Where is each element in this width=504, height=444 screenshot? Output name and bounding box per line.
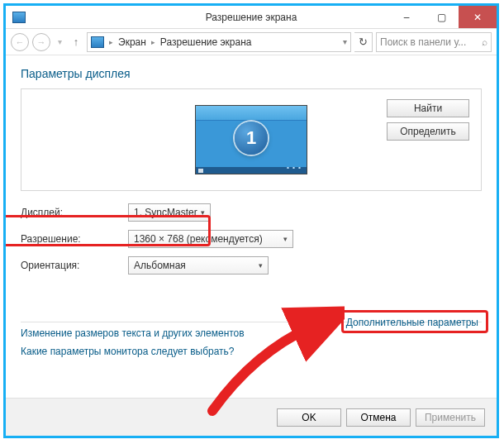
nav-forward-button[interactable]: → (32, 33, 50, 51)
resolution-select-value: 1360 × 768 (рекомендуется) (134, 233, 263, 245)
label-resolution: Разрешение: (21, 233, 128, 245)
minimize-button[interactable]: – (389, 6, 424, 28)
address-dropdown-icon[interactable]: ▾ (343, 37, 347, 46)
monitor-preview-start-icon (198, 169, 203, 173)
chevron-down-icon: ▾ (283, 235, 288, 243)
label-orientation: Ориентация: (21, 260, 128, 271)
breadcrumb-item-resolution[interactable]: Разрешение экрана (160, 36, 252, 48)
advanced-settings-link[interactable]: Дополнительные параметры (346, 317, 478, 328)
display-select-value: 1. SyncMaster (134, 207, 197, 218)
display-select[interactable]: 1. SyncMaster ▾ (128, 203, 211, 222)
search-icon: ⌕ (482, 36, 487, 48)
orientation-select-value: Альбомная (134, 260, 186, 271)
breadcrumb-item-screen[interactable]: Экран (118, 36, 146, 48)
monitor-preview-wallpaper (196, 106, 307, 121)
row-orientation: Ориентация: Альбомная ▾ (21, 255, 482, 275)
window: Разрешение экрана – ▢ ✕ ← → ▾ ↑ ▸ Экран … (6, 6, 497, 436)
apply-button[interactable]: Применить (416, 408, 485, 427)
titlebar: Разрешение экрана – ▢ ✕ (6, 6, 497, 29)
address-bar[interactable]: ▸ Экран ▸ Разрешение экрана ▾ (87, 32, 351, 52)
ok-button[interactable]: OK (277, 408, 341, 427)
breadcrumb-sep: ▸ (109, 38, 113, 46)
row-display: Дисплей: 1. SyncMaster ▾ (21, 203, 482, 222)
identify-button[interactable]: Определить (387, 122, 469, 141)
preview-buttons: Найти Определить (387, 99, 469, 141)
refresh-button[interactable]: ↻ (354, 32, 373, 52)
search-input[interactable]: Поиск в панели у... ⌕ (376, 32, 492, 52)
cancel-button[interactable]: Отмена (346, 408, 411, 427)
resolution-select[interactable]: 1360 × 768 (рекомендуется) ▾ (128, 230, 293, 248)
monitor-icon (91, 36, 104, 48)
display-preview-area: 1 ∘∘∘ Найти Определить (21, 88, 482, 191)
window-controls: – ▢ ✕ (389, 6, 497, 28)
help-links: Изменение размеров текста и других элеме… (21, 327, 482, 357)
search-placeholder: Поиск в панели у... (380, 36, 478, 48)
dialog-footer: OK Отмена Применить (6, 398, 497, 436)
content-area: Параметры дисплея 1 ∘∘∘ Найти Определить… (6, 55, 497, 398)
nav-back-button[interactable]: ← (11, 33, 29, 51)
chevron-down-icon: ▾ (201, 208, 205, 217)
orientation-select[interactable]: Альбомная ▾ (128, 256, 269, 275)
navbar: ← → ▾ ↑ ▸ Экран ▸ Разрешение экрана ▾ ↻ … (6, 29, 497, 55)
chevron-down-icon: ▾ (259, 261, 263, 270)
label-display: Дисплей: (21, 207, 128, 218)
nav-history-dropdown[interactable]: ▾ (54, 37, 65, 46)
monitor-preview-tray-icon: ∘∘∘ (286, 165, 303, 172)
which-monitor-link[interactable]: Какие параметры монитора следует выбрать… (21, 346, 482, 357)
page-title: Параметры дисплея (21, 67, 482, 80)
annotation-outer-frame: Разрешение экрана – ▢ ✕ ← → ▾ ↑ ▸ Экран … (3, 3, 499, 438)
app-icon (12, 12, 26, 23)
find-button[interactable]: Найти (387, 99, 469, 117)
maximize-button[interactable]: ▢ (424, 6, 459, 28)
row-resolution: Разрешение: 1360 × 768 (рекомендуется) ▾ (21, 229, 482, 249)
monitor-number-badge: 1 (235, 122, 268, 155)
nav-up-button[interactable]: ↑ (69, 36, 83, 48)
text-size-link[interactable]: Изменение размеров текста и других элеме… (21, 327, 482, 339)
breadcrumb-sep: ▸ (151, 38, 155, 46)
monitor-preview[interactable]: 1 ∘∘∘ (195, 105, 307, 174)
close-button[interactable]: ✕ (459, 6, 497, 28)
